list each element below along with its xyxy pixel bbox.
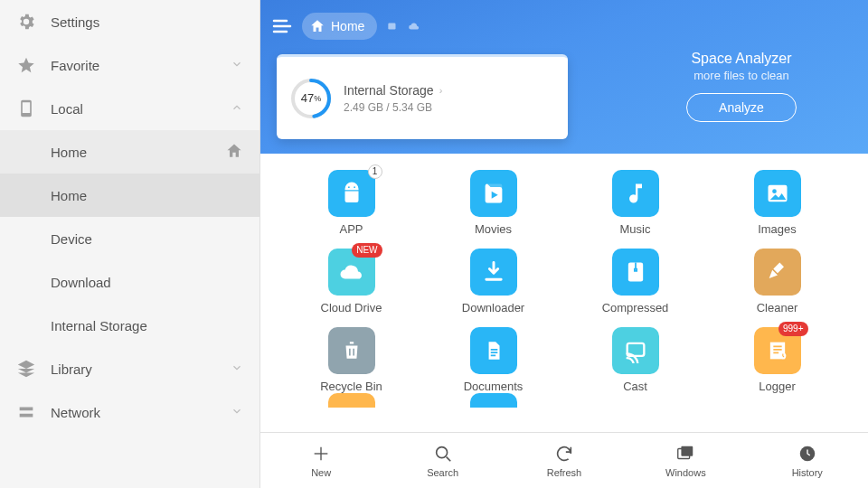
tile-compressed[interactable]: Compressed bbox=[564, 249, 706, 314]
plus-icon bbox=[311, 444, 331, 464]
sidebar-sub-home-2[interactable]: Home bbox=[0, 174, 259, 217]
analyze-button[interactable]: Analyze bbox=[686, 93, 797, 122]
zip-icon bbox=[612, 249, 659, 296]
storage-card[interactable]: 47% Internal Storage› 2.49 GB / 5.34 GB bbox=[277, 54, 568, 139]
badge: 999+ bbox=[778, 322, 808, 336]
bottom-new-button[interactable]: New bbox=[285, 444, 357, 478]
svg-point-1 bbox=[22, 415, 24, 417]
trash-icon bbox=[328, 327, 375, 374]
sidebar-item-favorite[interactable]: Favorite bbox=[0, 43, 259, 87]
sidebar-item-local[interactable]: Local bbox=[0, 87, 259, 130]
svg-point-9 bbox=[354, 186, 355, 188]
bottom-bar: NewSearchRefreshWindowsHistory bbox=[260, 432, 868, 488]
hero-status-icons bbox=[386, 20, 420, 33]
sidebar-sub-label: Download bbox=[51, 275, 111, 290]
tile-app[interactable]: 1APP bbox=[280, 170, 422, 236]
sidebar-item-settings[interactable]: Settings bbox=[0, 0, 259, 43]
sidebar-label: Settings bbox=[51, 14, 243, 30]
sidebar-item-library[interactable]: Library bbox=[0, 347, 259, 390]
home-icon bbox=[225, 142, 243, 163]
badge: 1 bbox=[368, 164, 382, 179]
play-icon bbox=[470, 170, 517, 217]
sidebar-sub-label: Device bbox=[51, 231, 92, 247]
chevron-down-icon bbox=[231, 361, 243, 377]
sidebar-sub-home-1[interactable]: Home bbox=[0, 130, 259, 174]
svg-rect-20 bbox=[682, 446, 693, 455]
bottom-label: History bbox=[792, 467, 823, 478]
storage-percent-suffix: % bbox=[314, 94, 321, 103]
storage-ring: 47% bbox=[289, 77, 333, 120]
sidebar-sub-label: Home bbox=[51, 145, 87, 160]
tile-label: Compressed bbox=[602, 301, 669, 314]
tile-downloader[interactable]: Downloader bbox=[422, 249, 564, 314]
log-icon: 999+ bbox=[754, 327, 801, 374]
tile-grid: 1APPMoviesMusicImagesNEWCloud DriveDownl… bbox=[260, 154, 868, 432]
sidebar-label: Local bbox=[51, 101, 231, 117]
breadcrumb-label: Home bbox=[331, 19, 364, 33]
menu-icon[interactable] bbox=[271, 15, 293, 37]
sidebar-label: Favorite bbox=[51, 58, 231, 73]
layers-icon bbox=[16, 359, 36, 379]
svg-rect-5 bbox=[389, 23, 396, 30]
bottom-search-button[interactable]: Search bbox=[407, 444, 479, 478]
tile-documents[interactable]: Documents bbox=[422, 327, 564, 393]
tile-cloud-drive[interactable]: NEWCloud Drive bbox=[280, 249, 422, 314]
svg-point-11 bbox=[772, 189, 777, 193]
note-icon bbox=[612, 170, 659, 217]
svg-point-0 bbox=[22, 408, 24, 409]
bottom-refresh-button[interactable]: Refresh bbox=[528, 444, 600, 478]
sidebar-sub-label: Internal Storage bbox=[51, 318, 147, 333]
clock-icon bbox=[797, 444, 817, 464]
bottom-label: Search bbox=[427, 467, 458, 478]
android-icon: 1 bbox=[328, 170, 375, 217]
tile-label: Logger bbox=[759, 380, 795, 393]
space-analyzer: Space Analyzer more files to clean Analy… bbox=[651, 51, 832, 122]
analyzer-title: Space Analyzer bbox=[651, 51, 832, 67]
tile-label: Recycle Bin bbox=[320, 380, 382, 393]
chevron-down-icon bbox=[231, 58, 243, 73]
tile-label: Downloader bbox=[462, 301, 524, 314]
tile-images[interactable]: Images bbox=[706, 170, 848, 236]
cloud-icon: NEW bbox=[328, 249, 375, 296]
hero-header: Home 47% Internal Storage› 2.49 GB / 5.3… bbox=[260, 0, 868, 154]
tile-cleaner[interactable]: Cleaner bbox=[706, 249, 848, 314]
sidebar-item-network[interactable]: Network bbox=[0, 390, 259, 434]
bottom-history-button[interactable]: History bbox=[771, 444, 844, 478]
svg-line-18 bbox=[446, 456, 450, 461]
sidebar-sub-internal-storage[interactable]: Internal Storage bbox=[0, 304, 259, 347]
tile-cast[interactable]: Cast bbox=[564, 327, 706, 393]
tile-label: Music bbox=[620, 222, 651, 236]
analyzer-subtitle: more files to clean bbox=[651, 69, 832, 82]
tile-music[interactable]: Music bbox=[564, 170, 706, 236]
sidebar-label: Network bbox=[51, 405, 231, 420]
tile-label: Images bbox=[758, 222, 797, 236]
tile-recycle-bin[interactable]: Recycle Bin bbox=[280, 327, 422, 393]
sidebar: Settings Favorite Local Home Home Device… bbox=[0, 0, 260, 488]
tile-movies[interactable]: Movies bbox=[422, 170, 564, 236]
svg-point-17 bbox=[436, 446, 447, 457]
bottom-windows-button[interactable]: Windows bbox=[649, 444, 722, 478]
chevron-right-icon: › bbox=[439, 85, 443, 96]
bottom-label: Windows bbox=[665, 467, 706, 478]
tile-logger[interactable]: 999+Logger bbox=[706, 327, 848, 393]
tile-label: APP bbox=[339, 222, 363, 236]
windows-icon bbox=[675, 444, 695, 464]
bottom-label: Refresh bbox=[547, 467, 582, 478]
breadcrumb[interactable]: Home bbox=[302, 13, 377, 40]
chevron-down-icon bbox=[231, 405, 243, 420]
network-icon bbox=[16, 402, 36, 422]
sidebar-sub-label: Home bbox=[51, 188, 87, 203]
search-icon bbox=[433, 444, 453, 464]
tile-label: Movies bbox=[475, 222, 512, 236]
star-icon bbox=[16, 55, 36, 75]
sidebar-sub-download[interactable]: Download bbox=[0, 260, 259, 304]
storage-title: Internal Storage bbox=[344, 83, 434, 98]
tile-label: Cloud Drive bbox=[321, 301, 382, 314]
main-panel: Home 47% Internal Storage› 2.49 GB / 5.3… bbox=[260, 0, 868, 488]
sidebar-sub-device[interactable]: Device bbox=[0, 217, 259, 260]
phone-icon bbox=[16, 99, 36, 118]
tile-label: Cast bbox=[623, 380, 647, 393]
download-icon bbox=[470, 249, 517, 296]
tile-label: Documents bbox=[464, 380, 524, 393]
svg-point-8 bbox=[348, 186, 350, 188]
